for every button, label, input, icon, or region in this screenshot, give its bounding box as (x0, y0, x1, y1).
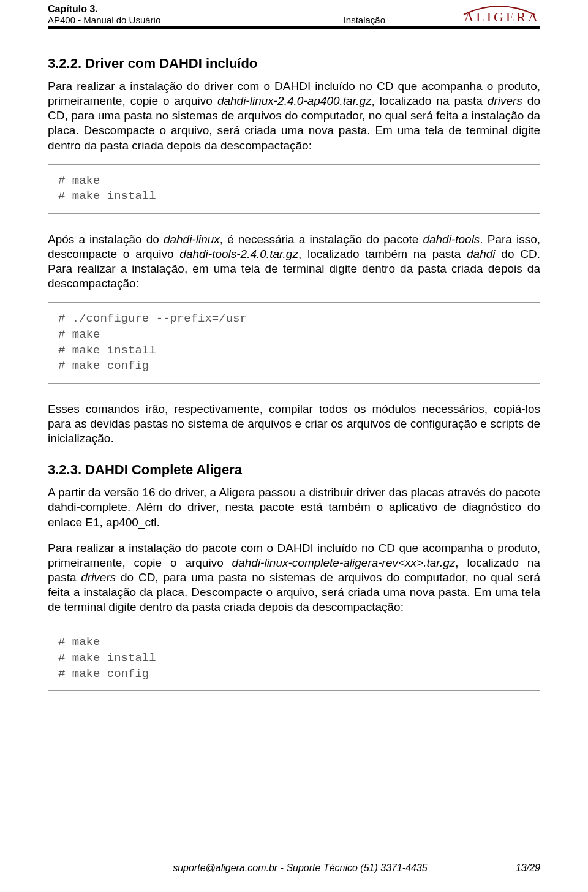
header-rule-thick (48, 26, 540, 28)
section-center: Instalação (265, 15, 464, 25)
code-block-3: # make # make install # make config (48, 626, 540, 691)
brand-logo: ALIGERA (464, 9, 540, 25)
text-span: , localizado na pasta (372, 94, 488, 107)
sec2-para1: A partir da versão 16 do driver, a Alige… (48, 485, 540, 529)
filename: dahdi-tools-2.4.0.tar.gz (179, 248, 298, 260)
code-block-2: # ./configure --prefix=/usr # make # mak… (48, 302, 540, 384)
text-span: do CD, para uma pasta no sistemas de arq… (48, 571, 540, 613)
chapter-label: Capítulo 3. (48, 4, 160, 15)
sec2-para2: Para realizar a instalação do pacote com… (48, 541, 540, 615)
page-footer: suporte@aligera.com.br - Suporte Técnico… (48, 859, 540, 874)
section-3-2-3-heading: 3.2.3. DAHDI Complete Aligera (48, 462, 540, 478)
text-span: Após a instalação do (48, 233, 164, 246)
page-header: Capítulo 3. AP400 - Manual do Usuário In… (48, 0, 540, 29)
page-content: 3.2.2. Driver com DAHDI incluído Para re… (48, 29, 540, 691)
footer-rule (48, 860, 540, 860)
filename: dahdi-linux-2.4.0-ap400.tar.gz (217, 94, 372, 107)
code-block-1: # make # make install (48, 164, 540, 214)
dirname: drivers (81, 571, 116, 584)
package-name: dahdi-linux (164, 233, 220, 246)
text-span: , é necessária a instalação do pacote (220, 233, 423, 246)
sec1-para1: Para realizar a instalação do driver com… (48, 79, 540, 153)
page-number: 13/29 (516, 863, 540, 874)
brand-arc-icon (462, 2, 536, 16)
filename: dahdi-linux-complete-aligera-rev<xx>.tar… (232, 556, 456, 569)
manual-label: AP400 - Manual do Usuário (48, 15, 160, 25)
sec1-para3: Esses comandos irão, respectivamente, co… (48, 402, 540, 446)
package-name: dahdi-tools (423, 233, 480, 246)
text-span: , localizado também na pasta (298, 248, 467, 260)
footer-contact: suporte@aligera.com.br - Suporte Técnico… (85, 863, 516, 874)
brand-block: ALIGERA (464, 9, 540, 25)
sec1-para2: Após a instalação do dahdi-linux, é nece… (48, 232, 540, 292)
dirname: drivers (488, 94, 522, 107)
dirname: dahdi (467, 248, 496, 260)
section-3-2-2-heading: 3.2.2. Driver com DAHDI incluído (48, 56, 540, 72)
